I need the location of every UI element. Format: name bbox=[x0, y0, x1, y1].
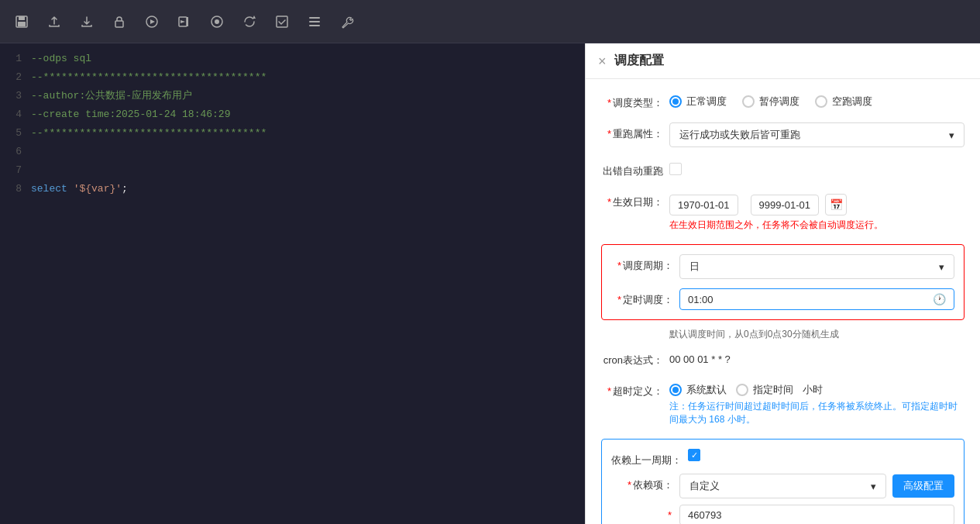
play-icon[interactable] bbox=[139, 9, 164, 34]
period-select-value: 日 bbox=[689, 260, 700, 274]
svg-rect-15 bbox=[309, 25, 320, 26]
depends-item-label: *依赖项： bbox=[611, 474, 673, 492]
close-button[interactable]: × bbox=[598, 54, 607, 68]
dependency-box: 依赖上一周期： ✓ *依赖项： 自定义 ▾ bbox=[601, 439, 965, 524]
line-number: 7 bbox=[0, 161, 31, 180]
depends-id-content bbox=[679, 505, 954, 524]
advanced-config-button[interactable]: 高级配置 bbox=[892, 474, 954, 498]
save-icon[interactable] bbox=[9, 9, 34, 34]
calendar-icon[interactable]: 📅 bbox=[825, 194, 847, 215]
clock-icon: 🕐 bbox=[933, 293, 946, 305]
timeout-custom[interactable]: 指定时间 bbox=[736, 383, 793, 397]
effective-date-row: *生效日期： 1970-01-01 9999-01-01 📅 在生效日期范围之外… bbox=[601, 191, 965, 232]
cron-value-wrap: 00 00 01 * * ? bbox=[669, 350, 965, 365]
timeout-type-group: 系统默认 指定时间 小时 bbox=[669, 380, 965, 397]
depends-item-content: 自定义 ▾ 高级配置 bbox=[679, 474, 954, 498]
check-icon[interactable] bbox=[270, 9, 294, 34]
time-hint-row: 默认调度时间，从0点到0点30分随机生成 bbox=[601, 325, 965, 341]
auto-retry-checkbox[interactable] bbox=[669, 163, 682, 175]
line-number: 8 bbox=[0, 180, 31, 198]
step-icon[interactable] bbox=[172, 9, 197, 34]
record-icon[interactable] bbox=[205, 9, 229, 34]
retry-select-value: 运行成功或失败后皆可重跑 bbox=[679, 128, 800, 142]
timeout-note: 注：任务运行时间超过超时时间后，任务将被系统终止。可指定超时时间最大为 168 … bbox=[669, 400, 965, 426]
depends-item-row: *依赖项： 自定义 ▾ 高级配置 bbox=[611, 474, 954, 498]
timeout-row: *超时定义： 系统默认 指定时间 bbox=[601, 380, 965, 426]
depends-week-checkbox[interactable]: ✓ bbox=[688, 449, 700, 461]
svg-marker-8 bbox=[181, 20, 185, 23]
schedule-type-label: *调度类型： bbox=[601, 91, 663, 110]
retry-chevron-icon: ▾ bbox=[949, 129, 954, 141]
effective-date-label: *生效日期： bbox=[601, 191, 663, 209]
period-time-box: *调度周期： 日 ▾ *定时调度： bbox=[601, 244, 965, 320]
retry-label: *重跑属性： bbox=[601, 122, 663, 141]
svg-rect-12 bbox=[277, 16, 287, 27]
radio-pause-label: 暂停调度 bbox=[759, 95, 799, 109]
line-code: select '${var}'; bbox=[31, 180, 128, 198]
list-icon[interactable] bbox=[302, 9, 327, 34]
depends-id-row: * bbox=[611, 505, 954, 524]
main-area: 1--odps sql2--**************************… bbox=[0, 43, 980, 524]
line-number: 3 bbox=[0, 87, 31, 105]
retry-row: *重跑属性： 运行成功或失败后皆可重跑 ▾ bbox=[601, 122, 965, 147]
radio-normal[interactable]: 正常调度 bbox=[669, 95, 727, 109]
svg-marker-5 bbox=[150, 19, 155, 24]
refresh-icon[interactable] bbox=[237, 9, 262, 34]
svg-point-10 bbox=[215, 19, 219, 24]
line-number: 6 bbox=[0, 143, 31, 161]
radio-empty-circle bbox=[815, 95, 827, 108]
date-range: 1970-01-01 9999-01-01 📅 bbox=[669, 191, 965, 215]
radio-pause[interactable]: 暂停调度 bbox=[742, 95, 799, 109]
upload-icon[interactable] bbox=[42, 9, 67, 34]
line-code: --************************************* bbox=[31, 124, 266, 143]
line-code: --author:公共数据-应用发布用户 bbox=[31, 87, 192, 105]
timeout-content: 系统默认 指定时间 小时 注：任务运行时间超过超时时间后，任务将被系统终止。可指… bbox=[669, 380, 965, 426]
radio-normal-circle bbox=[669, 95, 682, 108]
period-row: *调度周期： 日 ▾ bbox=[611, 254, 954, 279]
line-code: --************************************* bbox=[31, 68, 266, 87]
line-number: 1 bbox=[0, 50, 31, 68]
depends-id-input[interactable] bbox=[679, 505, 954, 524]
retry-select[interactable]: 运行成功或失败后皆可重跑 ▾ bbox=[669, 122, 965, 147]
timeout-default-label: 系统默认 bbox=[686, 383, 727, 397]
svg-rect-3 bbox=[115, 21, 123, 27]
radio-empty[interactable]: 空跑调度 bbox=[815, 95, 872, 109]
depends-week-content: ✓ bbox=[688, 449, 954, 461]
schedule-time-label: *定时调度： bbox=[611, 288, 673, 307]
depends-week-label: 依赖上一周期： bbox=[611, 449, 682, 467]
timeout-unit: 小时 bbox=[803, 383, 823, 397]
time-input[interactable] bbox=[688, 294, 933, 305]
download-icon[interactable] bbox=[74, 9, 99, 34]
line-code: --odps sql bbox=[31, 50, 91, 68]
depends-item-select-value: 自定义 bbox=[689, 479, 720, 493]
timeout-default[interactable]: 系统默认 bbox=[669, 383, 727, 397]
period-content: 日 ▾ bbox=[679, 254, 954, 279]
lock-icon[interactable] bbox=[107, 9, 132, 34]
time-hint-content: 默认调度时间，从0点到0点30分随机生成 bbox=[669, 325, 965, 341]
effective-start-input[interactable]: 1970-01-01 bbox=[669, 195, 738, 215]
radio-empty-label: 空跑调度 bbox=[832, 95, 872, 109]
depends-item-select[interactable]: 自定义 ▾ bbox=[679, 474, 886, 498]
time-input-wrap[interactable]: 🕐 bbox=[679, 288, 954, 310]
period-chevron-icon: ▾ bbox=[939, 261, 944, 273]
auto-retry-content bbox=[669, 160, 965, 175]
cron-row: cron表达式： 00 00 01 * * ? bbox=[601, 350, 965, 367]
depends-id-label: * bbox=[611, 505, 673, 521]
cron-label: cron表达式： bbox=[601, 350, 663, 367]
svg-rect-2 bbox=[18, 22, 26, 26]
radio-normal-label: 正常调度 bbox=[686, 95, 727, 109]
svg-rect-14 bbox=[309, 21, 320, 22]
effective-date-warn: 在生效日期范围之外，任务将不会被自动调度运行。 bbox=[669, 219, 965, 232]
effective-end-input[interactable]: 9999-01-01 bbox=[751, 195, 820, 215]
panel-header: × 调度配置 bbox=[586, 43, 980, 79]
wrench-icon[interactable] bbox=[335, 9, 359, 34]
timeout-custom-circle bbox=[736, 384, 748, 396]
time-hint-spacer bbox=[601, 325, 663, 329]
cron-value: 00 00 01 * * ? bbox=[669, 353, 731, 365]
retry-content: 运行成功或失败后皆可重跑 ▾ bbox=[669, 122, 965, 147]
line-code: --create time:2025-01-24 18:46:29 bbox=[31, 105, 230, 124]
auto-retry-row: 出错自动重跑 bbox=[601, 160, 965, 178]
period-label: *调度周期： bbox=[611, 254, 673, 273]
line-number: 4 bbox=[0, 105, 31, 124]
period-select[interactable]: 日 ▾ bbox=[679, 254, 954, 279]
